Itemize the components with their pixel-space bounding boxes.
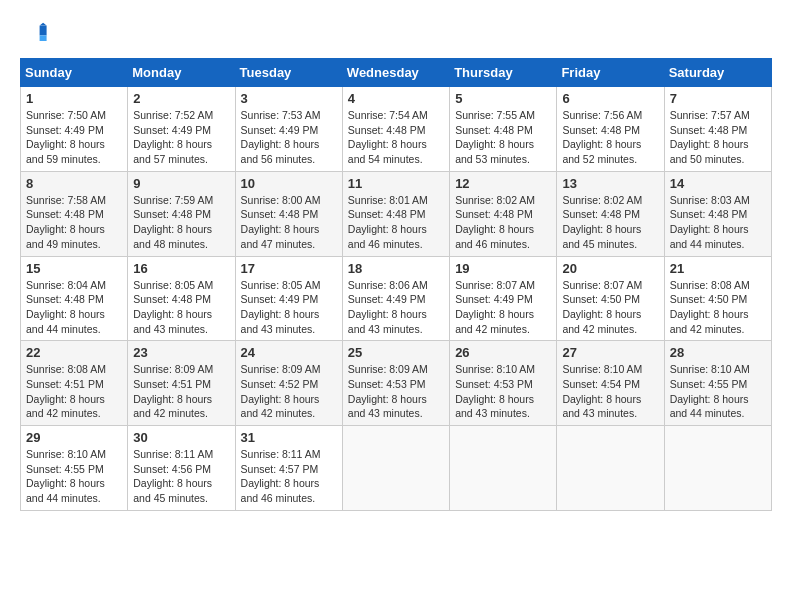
day-info: Sunrise: 8:11 AMSunset: 4:56 PMDaylight:… (133, 447, 229, 506)
day-number: 21 (670, 261, 766, 276)
svg-marker-1 (40, 23, 47, 26)
calendar-cell: 4Sunrise: 7:54 AMSunset: 4:48 PMDaylight… (342, 87, 449, 172)
day-number: 19 (455, 261, 551, 276)
calendar-cell: 5Sunrise: 7:55 AMSunset: 4:48 PMDaylight… (450, 87, 557, 172)
calendar-header-row: SundayMondayTuesdayWednesdayThursdayFrid… (21, 59, 772, 87)
calendar-cell: 18Sunrise: 8:06 AMSunset: 4:49 PMDayligh… (342, 256, 449, 341)
calendar-cell (664, 426, 771, 511)
calendar-cell: 27Sunrise: 8:10 AMSunset: 4:54 PMDayligh… (557, 341, 664, 426)
logo (20, 20, 52, 48)
day-number: 11 (348, 176, 444, 191)
day-info: Sunrise: 7:53 AMSunset: 4:49 PMDaylight:… (241, 108, 337, 167)
day-number: 9 (133, 176, 229, 191)
day-number: 28 (670, 345, 766, 360)
day-number: 13 (562, 176, 658, 191)
calendar-cell (342, 426, 449, 511)
day-info: Sunrise: 8:08 AMSunset: 4:51 PMDaylight:… (26, 362, 122, 421)
day-number: 25 (348, 345, 444, 360)
day-info: Sunrise: 8:10 AMSunset: 4:53 PMDaylight:… (455, 362, 551, 421)
day-info: Sunrise: 8:05 AMSunset: 4:49 PMDaylight:… (241, 278, 337, 337)
day-info: Sunrise: 8:09 AMSunset: 4:51 PMDaylight:… (133, 362, 229, 421)
day-info: Sunrise: 8:05 AMSunset: 4:48 PMDaylight:… (133, 278, 229, 337)
day-number: 24 (241, 345, 337, 360)
day-number: 27 (562, 345, 658, 360)
calendar-cell: 1Sunrise: 7:50 AMSunset: 4:49 PMDaylight… (21, 87, 128, 172)
calendar-week-row: 1Sunrise: 7:50 AMSunset: 4:49 PMDaylight… (21, 87, 772, 172)
calendar-cell: 12Sunrise: 8:02 AMSunset: 4:48 PMDayligh… (450, 171, 557, 256)
day-number: 17 (241, 261, 337, 276)
day-number: 20 (562, 261, 658, 276)
day-number: 4 (348, 91, 444, 106)
day-info: Sunrise: 8:09 AMSunset: 4:53 PMDaylight:… (348, 362, 444, 421)
day-info: Sunrise: 8:06 AMSunset: 4:49 PMDaylight:… (348, 278, 444, 337)
calendar-cell: 8Sunrise: 7:58 AMSunset: 4:48 PMDaylight… (21, 171, 128, 256)
day-info: Sunrise: 8:01 AMSunset: 4:48 PMDaylight:… (348, 193, 444, 252)
calendar-cell (450, 426, 557, 511)
day-number: 12 (455, 176, 551, 191)
calendar-cell: 28Sunrise: 8:10 AMSunset: 4:55 PMDayligh… (664, 341, 771, 426)
calendar-cell: 13Sunrise: 8:02 AMSunset: 4:48 PMDayligh… (557, 171, 664, 256)
day-info: Sunrise: 8:02 AMSunset: 4:48 PMDaylight:… (562, 193, 658, 252)
weekday-header: Thursday (450, 59, 557, 87)
calendar-cell: 20Sunrise: 8:07 AMSunset: 4:50 PMDayligh… (557, 256, 664, 341)
day-info: Sunrise: 8:11 AMSunset: 4:57 PMDaylight:… (241, 447, 337, 506)
logo-icon (20, 20, 48, 48)
day-info: Sunrise: 7:59 AMSunset: 4:48 PMDaylight:… (133, 193, 229, 252)
calendar-cell: 25Sunrise: 8:09 AMSunset: 4:53 PMDayligh… (342, 341, 449, 426)
calendar-cell: 21Sunrise: 8:08 AMSunset: 4:50 PMDayligh… (664, 256, 771, 341)
day-number: 16 (133, 261, 229, 276)
calendar-cell: 22Sunrise: 8:08 AMSunset: 4:51 PMDayligh… (21, 341, 128, 426)
calendar-week-row: 22Sunrise: 8:08 AMSunset: 4:51 PMDayligh… (21, 341, 772, 426)
day-number: 8 (26, 176, 122, 191)
weekday-header: Friday (557, 59, 664, 87)
day-info: Sunrise: 8:10 AMSunset: 4:55 PMDaylight:… (26, 447, 122, 506)
weekday-header: Saturday (664, 59, 771, 87)
calendar-week-row: 29Sunrise: 8:10 AMSunset: 4:55 PMDayligh… (21, 426, 772, 511)
calendar-cell: 26Sunrise: 8:10 AMSunset: 4:53 PMDayligh… (450, 341, 557, 426)
calendar-cell: 24Sunrise: 8:09 AMSunset: 4:52 PMDayligh… (235, 341, 342, 426)
day-number: 1 (26, 91, 122, 106)
day-number: 31 (241, 430, 337, 445)
calendar-cell: 6Sunrise: 7:56 AMSunset: 4:48 PMDaylight… (557, 87, 664, 172)
day-number: 3 (241, 91, 337, 106)
day-number: 7 (670, 91, 766, 106)
calendar-cell: 23Sunrise: 8:09 AMSunset: 4:51 PMDayligh… (128, 341, 235, 426)
day-number: 5 (455, 91, 551, 106)
day-number: 2 (133, 91, 229, 106)
calendar-cell: 19Sunrise: 8:07 AMSunset: 4:49 PMDayligh… (450, 256, 557, 341)
page-header (20, 20, 772, 48)
calendar-cell: 30Sunrise: 8:11 AMSunset: 4:56 PMDayligh… (128, 426, 235, 511)
calendar-cell: 29Sunrise: 8:10 AMSunset: 4:55 PMDayligh… (21, 426, 128, 511)
day-info: Sunrise: 8:00 AMSunset: 4:48 PMDaylight:… (241, 193, 337, 252)
calendar-cell: 3Sunrise: 7:53 AMSunset: 4:49 PMDaylight… (235, 87, 342, 172)
day-info: Sunrise: 8:08 AMSunset: 4:50 PMDaylight:… (670, 278, 766, 337)
weekday-header: Monday (128, 59, 235, 87)
calendar-cell: 15Sunrise: 8:04 AMSunset: 4:48 PMDayligh… (21, 256, 128, 341)
day-info: Sunrise: 8:04 AMSunset: 4:48 PMDaylight:… (26, 278, 122, 337)
calendar-cell: 7Sunrise: 7:57 AMSunset: 4:48 PMDaylight… (664, 87, 771, 172)
day-info: Sunrise: 8:03 AMSunset: 4:48 PMDaylight:… (670, 193, 766, 252)
day-number: 26 (455, 345, 551, 360)
day-number: 22 (26, 345, 122, 360)
calendar-cell: 17Sunrise: 8:05 AMSunset: 4:49 PMDayligh… (235, 256, 342, 341)
day-number: 6 (562, 91, 658, 106)
day-info: Sunrise: 8:09 AMSunset: 4:52 PMDaylight:… (241, 362, 337, 421)
weekday-header: Wednesday (342, 59, 449, 87)
calendar-week-row: 8Sunrise: 7:58 AMSunset: 4:48 PMDaylight… (21, 171, 772, 256)
day-info: Sunrise: 8:07 AMSunset: 4:50 PMDaylight:… (562, 278, 658, 337)
calendar-cell: 16Sunrise: 8:05 AMSunset: 4:48 PMDayligh… (128, 256, 235, 341)
calendar-cell: 31Sunrise: 8:11 AMSunset: 4:57 PMDayligh… (235, 426, 342, 511)
calendar-cell: 11Sunrise: 8:01 AMSunset: 4:48 PMDayligh… (342, 171, 449, 256)
day-number: 10 (241, 176, 337, 191)
day-number: 23 (133, 345, 229, 360)
calendar-cell: 14Sunrise: 8:03 AMSunset: 4:48 PMDayligh… (664, 171, 771, 256)
day-info: Sunrise: 7:57 AMSunset: 4:48 PMDaylight:… (670, 108, 766, 167)
weekday-header: Sunday (21, 59, 128, 87)
day-info: Sunrise: 7:50 AMSunset: 4:49 PMDaylight:… (26, 108, 122, 167)
calendar-cell: 2Sunrise: 7:52 AMSunset: 4:49 PMDaylight… (128, 87, 235, 172)
day-number: 14 (670, 176, 766, 191)
weekday-header: Tuesday (235, 59, 342, 87)
calendar-cell: 9Sunrise: 7:59 AMSunset: 4:48 PMDaylight… (128, 171, 235, 256)
day-info: Sunrise: 7:56 AMSunset: 4:48 PMDaylight:… (562, 108, 658, 167)
svg-marker-2 (40, 35, 47, 41)
